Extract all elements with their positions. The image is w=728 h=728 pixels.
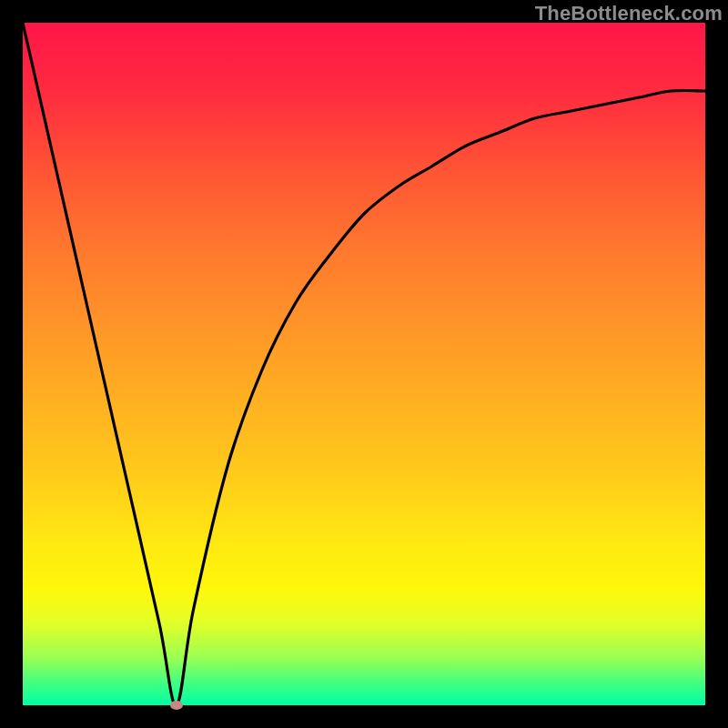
bottleneck-curve — [23, 23, 705, 705]
optimal-point-marker — [170, 701, 183, 710]
chart-stage: TheBottleneck.com — [0, 0, 728, 728]
plot-area — [23, 23, 705, 705]
